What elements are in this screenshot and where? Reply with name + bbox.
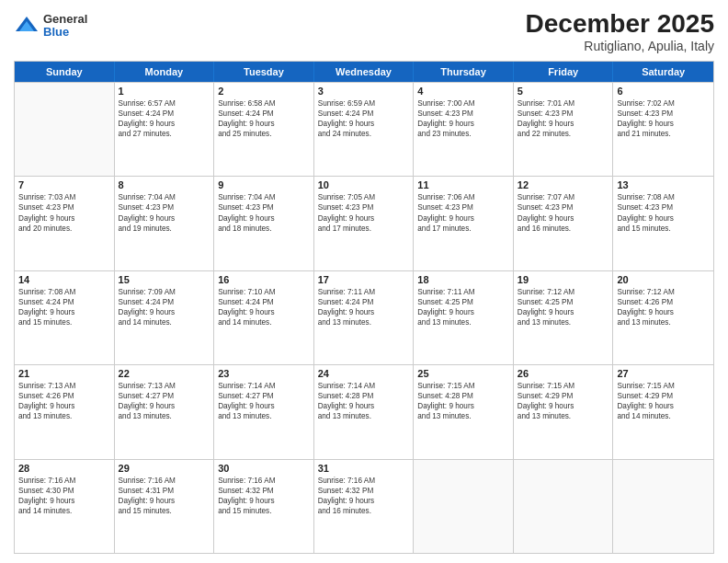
day-number: 12 <box>518 179 609 190</box>
day-number: 28 <box>18 463 110 474</box>
day-info: Sunrise: 7:15 AM Sunset: 4:29 PM Dayligh… <box>617 381 710 421</box>
day-info: Sunrise: 7:08 AM Sunset: 4:24 PM Dayligh… <box>18 287 110 327</box>
day-info: Sunrise: 6:58 AM Sunset: 4:24 PM Dayligh… <box>218 98 310 139</box>
day-info: Sunrise: 6:57 AM Sunset: 4:24 PM Dayligh… <box>119 98 210 139</box>
day-info: Sunrise: 7:13 AM Sunset: 4:27 PM Dayligh… <box>119 381 210 421</box>
day-number: 8 <box>119 179 210 190</box>
day-info: Sunrise: 7:03 AM Sunset: 4:23 PM Dayligh… <box>18 192 110 233</box>
calendar-cell-w5d7 <box>613 460 713 553</box>
day-info: Sunrise: 7:14 AM Sunset: 4:28 PM Dayligh… <box>318 381 410 421</box>
day-info: Sunrise: 7:16 AM Sunset: 4:30 PM Dayligh… <box>18 476 110 516</box>
day-number: 11 <box>417 179 509 190</box>
header: General Blue December 2025 Rutigliano, A… <box>14 9 714 53</box>
day-info: Sunrise: 7:02 AM Sunset: 4:23 PM Dayligh… <box>617 98 710 139</box>
header-day-thursday: Thursday <box>414 62 514 82</box>
calendar-cell-w4d3: 23Sunrise: 7:14 AM Sunset: 4:27 PM Dayli… <box>214 365 314 458</box>
calendar-cell-w3d3: 16Sunrise: 7:10 AM Sunset: 4:24 PM Dayli… <box>214 271 314 364</box>
logo-general: General <box>43 13 87 26</box>
title-block: December 2025 Rutigliano, Apulia, Italy <box>526 9 714 53</box>
calendar-cell-w4d6: 26Sunrise: 7:15 AM Sunset: 4:29 PM Dayli… <box>514 365 614 458</box>
day-info: Sunrise: 7:04 AM Sunset: 4:23 PM Dayligh… <box>218 192 310 233</box>
day-info: Sunrise: 7:14 AM Sunset: 4:27 PM Dayligh… <box>218 381 310 421</box>
day-number: 2 <box>218 86 310 97</box>
day-number: 23 <box>218 368 310 379</box>
day-number: 14 <box>18 274 110 285</box>
logo-icon <box>14 13 40 39</box>
calendar: SundayMondayTuesdayWednesdayThursdayFrid… <box>14 61 714 554</box>
calendar-cell-w3d1: 14Sunrise: 7:08 AM Sunset: 4:24 PM Dayli… <box>15 271 115 364</box>
calendar-row-4: 21Sunrise: 7:13 AM Sunset: 4:26 PM Dayli… <box>15 364 713 458</box>
calendar-cell-w2d7: 13Sunrise: 7:08 AM Sunset: 4:23 PM Dayli… <box>613 177 713 270</box>
calendar-cell-w3d4: 17Sunrise: 7:11 AM Sunset: 4:24 PM Dayli… <box>314 271 415 364</box>
calendar-row-5: 28Sunrise: 7:16 AM Sunset: 4:30 PM Dayli… <box>15 459 713 553</box>
calendar-cell-w2d2: 8Sunrise: 7:04 AM Sunset: 4:23 PM Daylig… <box>115 177 215 270</box>
calendar-row-1: 1Sunrise: 6:57 AM Sunset: 4:24 PM Daylig… <box>15 82 713 176</box>
day-number: 3 <box>318 86 410 97</box>
calendar-cell-w2d5: 11Sunrise: 7:06 AM Sunset: 4:23 PM Dayli… <box>414 177 514 270</box>
calendar-cell-w2d1: 7Sunrise: 7:03 AM Sunset: 4:23 PM Daylig… <box>15 177 115 270</box>
day-number: 19 <box>518 274 609 285</box>
calendar-cell-w4d1: 21Sunrise: 7:13 AM Sunset: 4:26 PM Dayli… <box>15 365 115 458</box>
page: General Blue December 2025 Rutigliano, A… <box>0 0 728 563</box>
day-info: Sunrise: 7:00 AM Sunset: 4:23 PM Dayligh… <box>417 98 509 139</box>
day-info: Sunrise: 7:16 AM Sunset: 4:32 PM Dayligh… <box>318 476 410 516</box>
header-day-wednesday: Wednesday <box>314 62 415 82</box>
day-info: Sunrise: 7:15 AM Sunset: 4:29 PM Dayligh… <box>518 381 609 421</box>
day-info: Sunrise: 7:12 AM Sunset: 4:25 PM Dayligh… <box>518 287 609 327</box>
header-day-tuesday: Tuesday <box>214 62 314 82</box>
calendar-cell-w1d2: 1Sunrise: 6:57 AM Sunset: 4:24 PM Daylig… <box>115 83 215 176</box>
calendar-cell-w5d3: 30Sunrise: 7:16 AM Sunset: 4:32 PM Dayli… <box>214 460 314 553</box>
day-info: Sunrise: 7:10 AM Sunset: 4:24 PM Dayligh… <box>218 287 310 327</box>
header-day-saturday: Saturday <box>613 62 713 82</box>
day-number: 15 <box>119 274 210 285</box>
day-number: 6 <box>617 86 710 97</box>
day-info: Sunrise: 7:11 AM Sunset: 4:24 PM Dayligh… <box>318 287 410 327</box>
calendar-cell-w5d1: 28Sunrise: 7:16 AM Sunset: 4:30 PM Dayli… <box>15 460 115 553</box>
day-number: 25 <box>417 368 509 379</box>
calendar-cell-w4d7: 27Sunrise: 7:15 AM Sunset: 4:29 PM Dayli… <box>613 365 713 458</box>
day-number: 9 <box>218 179 310 190</box>
calendar-row-2: 7Sunrise: 7:03 AM Sunset: 4:23 PM Daylig… <box>15 176 713 270</box>
day-info: Sunrise: 7:16 AM Sunset: 4:31 PM Dayligh… <box>119 476 210 516</box>
calendar-cell-w2d6: 12Sunrise: 7:07 AM Sunset: 4:23 PM Dayli… <box>514 177 614 270</box>
day-number: 4 <box>417 86 509 97</box>
logo-text: General Blue <box>43 13 87 40</box>
calendar-subtitle: Rutigliano, Apulia, Italy <box>526 39 714 53</box>
calendar-row-3: 14Sunrise: 7:08 AM Sunset: 4:24 PM Dayli… <box>15 270 713 364</box>
day-info: Sunrise: 6:59 AM Sunset: 4:24 PM Dayligh… <box>318 98 410 139</box>
day-number: 18 <box>417 274 509 285</box>
day-info: Sunrise: 7:01 AM Sunset: 4:23 PM Dayligh… <box>518 98 609 139</box>
logo-blue: Blue <box>43 26 87 39</box>
day-number: 30 <box>218 463 310 474</box>
calendar-cell-w4d2: 22Sunrise: 7:13 AM Sunset: 4:27 PM Dayli… <box>115 365 215 458</box>
day-info: Sunrise: 7:05 AM Sunset: 4:23 PM Dayligh… <box>318 192 410 233</box>
day-number: 20 <box>617 274 710 285</box>
calendar-cell-w1d7: 6Sunrise: 7:02 AM Sunset: 4:23 PM Daylig… <box>613 83 713 176</box>
calendar-cell-w3d7: 20Sunrise: 7:12 AM Sunset: 4:26 PM Dayli… <box>613 271 713 364</box>
day-number: 1 <box>119 86 210 97</box>
calendar-cell-w5d5 <box>414 460 514 553</box>
day-info: Sunrise: 7:09 AM Sunset: 4:24 PM Dayligh… <box>119 287 210 327</box>
calendar-cell-w1d6: 5Sunrise: 7:01 AM Sunset: 4:23 PM Daylig… <box>514 83 614 176</box>
calendar-cell-w5d6 <box>514 460 614 553</box>
day-info: Sunrise: 7:06 AM Sunset: 4:23 PM Dayligh… <box>417 192 509 233</box>
day-number: 27 <box>617 368 710 379</box>
logo: General Blue <box>14 13 87 40</box>
calendar-cell-w3d2: 15Sunrise: 7:09 AM Sunset: 4:24 PM Dayli… <box>115 271 215 364</box>
day-info: Sunrise: 7:13 AM Sunset: 4:26 PM Dayligh… <box>18 381 110 421</box>
day-info: Sunrise: 7:12 AM Sunset: 4:26 PM Dayligh… <box>617 287 710 327</box>
calendar-cell-w5d2: 29Sunrise: 7:16 AM Sunset: 4:31 PM Dayli… <box>115 460 215 553</box>
calendar-cell-w5d4: 31Sunrise: 7:16 AM Sunset: 4:32 PM Dayli… <box>314 460 415 553</box>
day-info: Sunrise: 7:04 AM Sunset: 4:23 PM Dayligh… <box>119 192 210 233</box>
day-info: Sunrise: 7:08 AM Sunset: 4:23 PM Dayligh… <box>617 192 710 233</box>
calendar-cell-w3d6: 19Sunrise: 7:12 AM Sunset: 4:25 PM Dayli… <box>514 271 614 364</box>
day-number: 7 <box>18 179 110 190</box>
day-number: 16 <box>218 274 310 285</box>
calendar-cell-w2d4: 10Sunrise: 7:05 AM Sunset: 4:23 PM Dayli… <box>314 177 415 270</box>
day-number: 21 <box>18 368 110 379</box>
calendar-cell-w1d1 <box>15 83 115 176</box>
calendar-cell-w1d5: 4Sunrise: 7:00 AM Sunset: 4:23 PM Daylig… <box>414 83 514 176</box>
day-number: 24 <box>318 368 410 379</box>
calendar-cell-w2d3: 9Sunrise: 7:04 AM Sunset: 4:23 PM Daylig… <box>214 177 314 270</box>
calendar-cell-w4d5: 25Sunrise: 7:15 AM Sunset: 4:28 PM Dayli… <box>414 365 514 458</box>
